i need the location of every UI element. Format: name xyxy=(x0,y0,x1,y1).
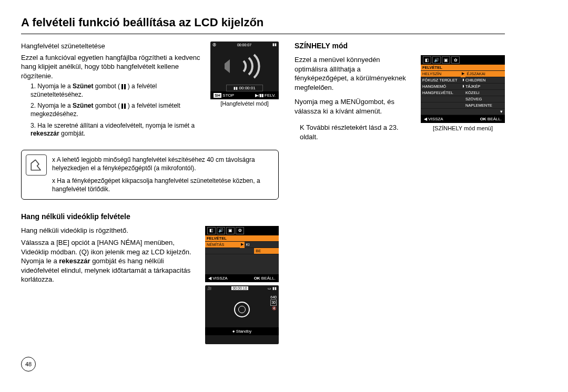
scene-r-3: KÖZELI xyxy=(464,90,505,96)
scene-p3: K További részletekért lásd a 23. oldalt… xyxy=(300,123,413,141)
rec-label: FELV. xyxy=(265,93,276,98)
sound-wave-graphic xyxy=(210,48,279,85)
note-icon xyxy=(26,154,47,176)
title-rule xyxy=(21,34,505,34)
scene-l-0: HELYSZÍN xyxy=(421,71,461,77)
mute-speaker-icon: 🔇 xyxy=(270,306,277,311)
scene-l-3: HANGFELVÉTEL xyxy=(421,90,462,96)
lcd1-caption: [Hangfelvétel mód] xyxy=(210,100,279,107)
step-2: 2. Nyomja le a Szünet gombot ( ) a felvé… xyxy=(31,102,203,118)
lcd-scene-menu: ◧ 🔊 ▣ ✿ FELVÉTEL HELYSZÍN▶ÉJSZAKAI FÓKUS… xyxy=(421,55,505,123)
battery-icon: ▮▮ xyxy=(272,43,277,47)
rec-time-mid: 00:00:01 xyxy=(239,86,256,90)
tab-camera-icon: ◧ xyxy=(423,56,431,64)
scene-l-2: HANGMEMÓ xyxy=(421,84,462,90)
lcd-standby: 🎥 00:00:10 ▭ ▮▮ 640 30 🔇 xyxy=(205,285,279,344)
tab-settings-icon: ✿ xyxy=(236,227,244,234)
card-icon: ▭ ▮▮ xyxy=(268,286,277,291)
menu-item-mute: NÉMÍTÁS xyxy=(205,242,240,248)
scene-heading: SZÍNHELY mód xyxy=(295,42,505,50)
fps-badge: 30 xyxy=(270,300,277,306)
tab-display-icon: ▣ xyxy=(442,56,450,64)
pause-heading: Hangfelvétel szüneteltetése xyxy=(21,42,203,51)
page-number: 48 xyxy=(21,357,36,372)
pause-icon xyxy=(121,104,126,109)
scene-p1: Ezzel a menüvel könnyedén optimálisra ál… xyxy=(295,55,413,92)
scene-r-1: CHILDREN xyxy=(464,77,505,84)
note-bullet-1: A lehető legjobb minőségű hangfelvétel k… xyxy=(52,156,255,172)
tab-camera-icon: ◧ xyxy=(207,227,216,234)
pause-icon xyxy=(121,84,126,89)
standby-label: Standby xyxy=(236,329,251,334)
mute-q-icon: Q xyxy=(82,248,87,256)
lcd-recording-screenshot: ⦿ 00:00:07 ▮▮ ▮▮ 00:00:01 xyxy=(210,42,279,98)
scene-l-1: FÓKUSZ TERÜLET xyxy=(421,77,462,84)
info-note: x A lehető legjobb minőségű hangfelvétel… xyxy=(21,150,279,200)
voice-icon: ⦿ xyxy=(212,43,216,47)
scene-l-5 xyxy=(421,102,462,109)
lcd-mute-menu: ◧ 🔊 ▣ ✿ FELVÉTEL NÉMÍTÁS ▶ KI BE xyxy=(205,226,279,282)
scene-p2: Nyomja meg a MENÜgombot, és válassza ki … xyxy=(295,97,413,116)
mute-line1: Hang nélküli videóklip is rögzíthető. xyxy=(21,226,198,235)
page-title: A felvételi funkció beállítása az LCD ki… xyxy=(21,16,505,29)
mute-line2: Válassza a [BE] opciót a [HANG NÉMA] men… xyxy=(21,238,198,284)
menu-header: FELVÉTEL xyxy=(205,235,279,242)
scene-r-5: NAPLEMENTE xyxy=(464,102,505,109)
scene-back: VISSZA xyxy=(428,117,443,121)
scene-ok: OK xyxy=(480,117,486,121)
scene-r-2: TÁJKÉP xyxy=(464,84,505,90)
scene-set: BEÁLL. xyxy=(488,117,502,121)
tab-sound-icon: 🔊 xyxy=(217,227,225,234)
tab-display-icon: ▣ xyxy=(226,227,235,234)
standby-time: 00:00:10 xyxy=(231,286,248,290)
step-3: 3. Ha le szeretné állítani a videofelvét… xyxy=(31,122,203,138)
set-label: BEÁLL. xyxy=(261,276,276,281)
menu-option-on: BE xyxy=(254,248,279,254)
scene-menu-header: FELVÉTEL xyxy=(421,65,505,71)
stop-label: STOP xyxy=(222,93,234,98)
sh-label: SH xyxy=(214,93,221,98)
scene-caption: [SZÍNHELY mód menü] xyxy=(421,125,505,131)
rec-time-top: 00:00:07 xyxy=(237,43,251,47)
menu-option-off: KI xyxy=(245,242,279,248)
step-1: 1. Nyomja le a Szünet gombot ( ) a felvé… xyxy=(31,82,203,99)
mute-heading: Hang nélküli videóklip felvétele xyxy=(21,212,279,221)
video-icon: 🎥 xyxy=(207,286,212,291)
record-target-icon xyxy=(234,302,250,317)
resolution-badge: 640 xyxy=(270,295,277,300)
scene-l-4 xyxy=(421,96,462,102)
scene-r-4: SZÖVEG xyxy=(464,96,505,102)
note-bullet-2: Ha a fényképezőgépet kikpacsolja hangfel… xyxy=(52,177,260,193)
ok-label: OK xyxy=(254,276,260,281)
back-label: VISSZA xyxy=(212,276,227,281)
tab-settings-icon: ✿ xyxy=(451,56,460,64)
pause-intro: Ezzel a funkcióval egyetlen hangfájlba r… xyxy=(21,53,203,81)
scene-r-0: ÉJSZAKAI xyxy=(465,71,505,77)
tab-sound-icon: 🔊 xyxy=(432,56,441,64)
